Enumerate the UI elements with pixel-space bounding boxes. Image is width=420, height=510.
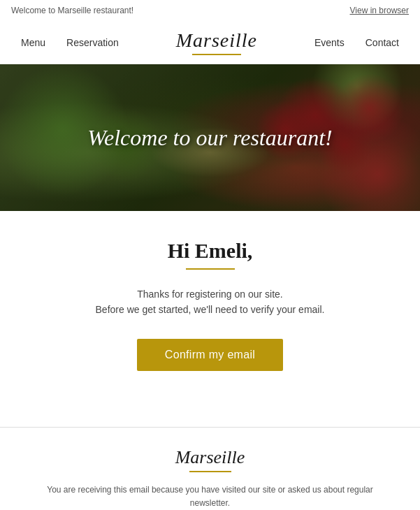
footer: Marseille You are receiving this email b… [0,427,420,510]
logo-area: Marseille [119,29,314,55]
top-bar: Welcome to Marseille restaurant! View in… [0,0,420,21]
footer-logo: Marseille [28,447,392,468]
confirm-email-button[interactable]: Confirm my email [137,339,283,371]
view-in-browser-link[interactable]: View in browser [350,6,409,15]
welcome-text: Welcome to Marseille restaurant! [11,6,133,15]
main-content: Hi Emeli, Thanks for registering on our … [0,211,420,392]
hero-image: Welcome to our restaurant! [0,64,420,211]
footer-message: You are receiving this email because you… [28,483,392,510]
nav-right: Events Contact [314,37,399,48]
logo: Marseille [119,29,314,52]
spacer [0,392,420,427]
nav-menu-link[interactable]: Menu [21,37,45,48]
message-line2: Before we get started, we'll need to ver… [96,304,325,315]
email-container: Welcome to Marseille restaurant! View in… [0,0,420,510]
nav-events-link[interactable]: Events [314,37,345,48]
footer-logo-underline [189,471,231,472]
greeting-text: Hi Emeli, [42,239,378,263]
nav-reservation-link[interactable]: Reservation [66,37,119,48]
greeting-underline [186,268,235,270]
message-text: Thanks for registering on our site. Befo… [42,286,378,318]
logo-underline [192,54,241,55]
nav-left: Menu Reservation [21,37,119,48]
hero-text: Welcome to our restaurant! [87,125,332,151]
navigation: Menu Reservation Marseille Events Contac… [0,21,420,64]
message-line1: Thanks for registering on our site. [137,289,283,300]
nav-contact-link[interactable]: Contact [365,37,399,48]
